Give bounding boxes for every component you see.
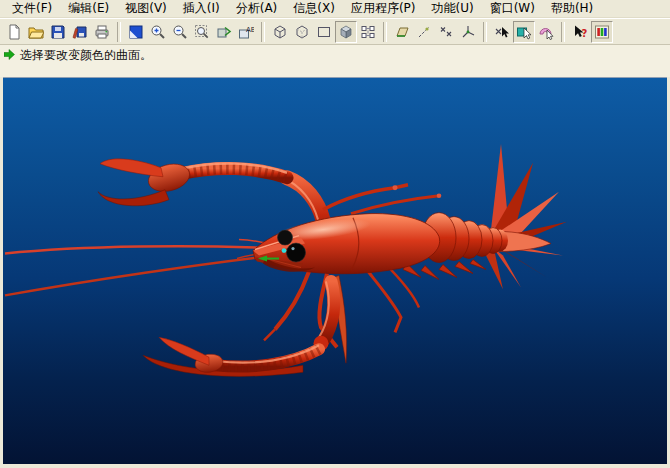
antennae xyxy=(5,240,283,296)
save-a-copy-button[interactable] xyxy=(69,21,91,43)
spin-center-icon xyxy=(494,24,510,40)
orient-mode-button[interactable] xyxy=(213,21,235,43)
datum-point-icon xyxy=(438,24,454,40)
datum-plane-icon xyxy=(394,24,410,40)
main-toolbar: AB xyxy=(0,18,670,45)
upper-legs xyxy=(323,185,441,214)
menu-edit[interactable]: 编辑(E) xyxy=(60,0,117,18)
spin-center-toggle-button[interactable] xyxy=(491,21,513,43)
menu-window[interactable]: 窗口(W) xyxy=(482,0,543,18)
menu-insert[interactable]: 插入(I) xyxy=(175,0,228,18)
saved-views-button[interactable]: AB xyxy=(235,21,257,43)
svg-text:?: ? xyxy=(582,27,588,38)
select-items-button[interactable] xyxy=(513,21,535,43)
new-file-button[interactable] xyxy=(3,21,25,43)
crayfish-3d-model[interactable] xyxy=(3,78,667,464)
wireframe-display-button[interactable] xyxy=(269,21,291,43)
menu-utilities[interactable]: 功能(U) xyxy=(423,0,481,18)
menu-info[interactable]: 信息(X) xyxy=(285,0,343,18)
appearance-pick-button[interactable] xyxy=(535,21,557,43)
refit-icon xyxy=(194,24,210,40)
zoom-in-icon xyxy=(150,24,166,40)
new-file-icon xyxy=(6,24,22,40)
zoom-in-button[interactable] xyxy=(147,21,169,43)
zoom-out-icon xyxy=(172,24,188,40)
coordinate-systems-toggle-button[interactable] xyxy=(457,21,479,43)
menu-file[interactable]: 文件(F) xyxy=(4,0,60,18)
saved-views-icon: AB xyxy=(238,24,254,40)
no-hidden-display-button[interactable] xyxy=(313,21,335,43)
svg-text:AB: AB xyxy=(246,25,254,33)
save-copy-icon xyxy=(72,24,88,40)
select-box-icon xyxy=(516,24,532,40)
save-floppy-icon xyxy=(50,24,66,40)
orient-mode-icon xyxy=(216,24,232,40)
hidden-line-icon xyxy=(294,24,310,40)
wireframe-icon xyxy=(272,24,288,40)
color-appearance-button[interactable] xyxy=(591,21,613,43)
hidden-line-display-button[interactable] xyxy=(291,21,313,43)
message-area: 选择要改变颜色的曲面。 xyxy=(0,44,670,77)
lower-legs xyxy=(264,264,419,364)
graphics-viewport[interactable] xyxy=(3,77,667,464)
zoom-out-button[interactable] xyxy=(169,21,191,43)
menu-view[interactable]: 视图(V) xyxy=(117,0,175,18)
open-file-button[interactable] xyxy=(25,21,47,43)
appearance-dome-icon xyxy=(538,24,554,40)
datum-planes-toggle-button[interactable] xyxy=(391,21,413,43)
lower-claw-arm xyxy=(143,281,334,376)
open-folder-icon xyxy=(28,24,44,40)
context-help-button[interactable]: ? xyxy=(569,21,591,43)
repaint-icon xyxy=(128,24,144,40)
toolbar-separator xyxy=(483,22,487,42)
print-button[interactable] xyxy=(91,21,113,43)
refit-button[interactable] xyxy=(191,21,213,43)
toolbar-separator xyxy=(383,22,387,42)
prompt-arrow-icon xyxy=(4,49,15,60)
menu-help[interactable]: 帮助(H) xyxy=(543,0,601,18)
model-tree-toggle-button[interactable] xyxy=(357,21,379,43)
datum-points-toggle-button[interactable] xyxy=(435,21,457,43)
model-tree-icon xyxy=(360,24,376,40)
menu-bar: 文件(F) 编辑(E) 视图(V) 插入(I) 分析(A) 信息(X) 应用程序… xyxy=(0,0,670,18)
toolbar-separator xyxy=(261,22,265,42)
datum-axis-icon xyxy=(416,24,432,40)
color-appearance-icon xyxy=(594,24,610,40)
shaded-display-button[interactable] xyxy=(335,21,357,43)
repaint-button[interactable] xyxy=(125,21,147,43)
printer-icon xyxy=(94,24,110,40)
shaded-cube-icon xyxy=(338,24,354,40)
menu-analysis[interactable]: 分析(A) xyxy=(228,0,286,18)
prompt-text: 选择要改变颜色的曲面。 xyxy=(20,47,152,64)
application-window: 文件(F) 编辑(E) 视图(V) 插入(I) 分析(A) 信息(X) 应用程序… xyxy=(0,0,670,468)
no-hidden-icon xyxy=(316,24,332,40)
context-help-icon: ? xyxy=(572,24,588,40)
toolbar-separator xyxy=(561,22,565,42)
save-button[interactable] xyxy=(47,21,69,43)
datum-axes-toggle-button[interactable] xyxy=(413,21,435,43)
menu-applications[interactable]: 应用程序(P) xyxy=(343,0,424,18)
csys-icon xyxy=(460,24,476,40)
toolbar-separator xyxy=(117,22,121,42)
datum-point-marker xyxy=(282,248,287,253)
